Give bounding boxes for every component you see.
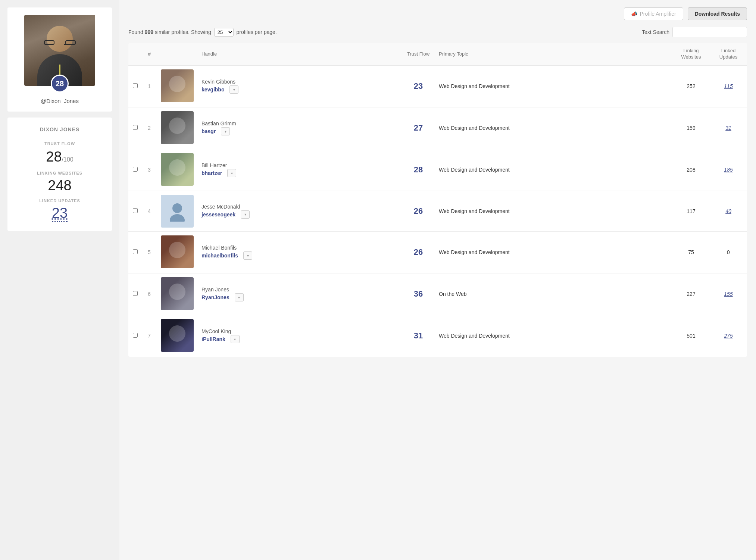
row-trust-flow: 36 xyxy=(402,273,435,315)
username[interactable]: iPullRank xyxy=(202,336,225,342)
row-linked-updates: 40 xyxy=(710,191,747,231)
row-primary-topic: Web Design and Development xyxy=(435,231,672,273)
username[interactable]: michaelbonfils xyxy=(202,253,238,259)
linked-updates-label: LINKED UPDATES xyxy=(39,198,80,203)
row-linked-updates: 0 xyxy=(710,231,747,273)
full-name: Kevin Gibbons xyxy=(202,79,398,85)
profile-amplifier-button[interactable]: 📣 Profile Amplifier xyxy=(624,7,683,20)
table-row: 3 Bill Hartzer bhartzer ▾ 28Web Design a… xyxy=(128,149,747,191)
header-trust-flow: Trust Flow xyxy=(402,43,435,65)
row-number: 6 xyxy=(142,273,157,315)
row-checkbox-cell xyxy=(128,191,142,231)
handle-cell: MyCool King iPullRank ▾ xyxy=(202,328,398,343)
row-checkbox[interactable] xyxy=(133,208,138,213)
row-checkbox-cell xyxy=(128,273,142,315)
trust-flow-value: 28/100 xyxy=(46,149,73,165)
row-number: 5 xyxy=(142,231,157,273)
row-linking-websites: 117 xyxy=(672,191,710,231)
row-handle-cell: MyCool King iPullRank ▾ xyxy=(198,315,402,357)
text-search-label: Text Search xyxy=(642,29,669,35)
row-primary-topic: On the Web xyxy=(435,273,672,315)
avatar xyxy=(161,277,194,310)
row-checkbox[interactable] xyxy=(133,83,138,88)
text-search-wrap: Text Search xyxy=(642,27,747,37)
row-linking-websites: 227 xyxy=(672,273,710,315)
header-num: # xyxy=(142,43,157,65)
row-checkbox[interactable] xyxy=(133,249,138,254)
row-linking-websites: 208 xyxy=(672,149,710,191)
table-row: 7 MyCool King iPullRank ▾ 31Web Design a… xyxy=(128,315,747,357)
search-bar: Found 999 similar profiles. Showing 2510… xyxy=(128,27,747,37)
linked-updates-value[interactable]: 115 xyxy=(724,83,732,89)
linking-websites-label: LINKING WEBSITES xyxy=(37,171,82,175)
per-page-select[interactable]: 251050100 xyxy=(214,28,234,37)
row-linking-websites: 75 xyxy=(672,231,710,273)
trust-flow-value: 26 xyxy=(414,247,423,257)
handle-dropdown[interactable]: ▾ xyxy=(243,251,252,260)
row-checkbox[interactable] xyxy=(133,167,138,172)
full-name: Jesse McDonald xyxy=(202,204,398,210)
avatar xyxy=(161,111,194,144)
linked-updates-value[interactable]: 40 xyxy=(725,208,731,214)
row-checkbox-cell xyxy=(128,149,142,191)
handle-cell: Bastian Grimm basgr ▾ xyxy=(202,121,398,135)
row-checkbox-cell xyxy=(128,65,142,107)
row-checkbox[interactable] xyxy=(133,125,138,130)
handle-dropdown[interactable]: ▾ xyxy=(221,127,230,135)
row-linked-updates: 31 xyxy=(710,107,747,149)
row-linked-updates: 185 xyxy=(710,149,747,191)
handle-dropdown[interactable]: ▾ xyxy=(235,293,244,301)
trust-flow-value: 26 xyxy=(414,206,423,216)
header-linking-websites: LinkingWebsites xyxy=(672,43,710,65)
row-number: 3 xyxy=(142,149,157,191)
row-trust-flow: 28 xyxy=(402,149,435,191)
row-linked-updates: 275 xyxy=(710,315,747,357)
row-checkbox-cell xyxy=(128,107,142,149)
username[interactable]: bhartzer xyxy=(202,170,222,176)
row-number: 1 xyxy=(142,65,157,107)
linked-updates-value[interactable]: 185 xyxy=(724,167,732,173)
trust-badge: 28 xyxy=(51,75,69,93)
handle-dropdown[interactable]: ▾ xyxy=(231,335,240,343)
username[interactable]: jesseseogeek xyxy=(202,212,235,218)
text-search-input[interactable] xyxy=(672,27,747,37)
handle-dropdown[interactable]: ▾ xyxy=(241,210,250,219)
row-handle-cell: Ryan Jones RyanJones ▾ xyxy=(198,273,402,315)
row-linked-updates: 115 xyxy=(710,65,747,107)
username[interactable]: kevgibbo xyxy=(202,87,224,93)
full-name: MyCool King xyxy=(202,328,398,334)
linked-updates-value[interactable]: 155 xyxy=(724,291,732,297)
header-checkbox xyxy=(128,43,142,65)
row-primary-topic: Web Design and Development xyxy=(435,191,672,231)
row-handle-cell: Kevin Gibbons kevgibbo ▾ xyxy=(198,65,402,107)
username[interactable]: RyanJones xyxy=(202,294,229,300)
handle-cell: Jesse McDonald jesseseogeek ▾ xyxy=(202,204,398,219)
svg-point-1 xyxy=(170,214,185,222)
linked-updates-value[interactable]: 31 xyxy=(725,125,731,131)
row-linking-websites: 501 xyxy=(672,315,710,357)
trust-flow-value: 27 xyxy=(414,123,423,132)
app-layout: 28 @Dixon_Jones DIXON JONES TRUST FLOW 2… xyxy=(0,0,756,560)
handle-cell: Ryan Jones RyanJones ▾ xyxy=(202,287,398,301)
row-avatar-cell xyxy=(157,273,198,315)
row-avatar-cell xyxy=(157,65,198,107)
download-results-button[interactable]: Download Results xyxy=(688,7,747,20)
full-name: Ryan Jones xyxy=(202,287,398,292)
handle-cell: Bill Hartzer bhartzer ▾ xyxy=(202,162,398,177)
username[interactable]: basgr xyxy=(202,128,216,134)
results-table: # Handle Trust Flow Primary Topic Linkin… xyxy=(128,43,747,357)
row-primary-topic: Web Design and Development xyxy=(435,315,672,357)
avatar xyxy=(161,195,194,228)
linked-updates-value[interactable]: 275 xyxy=(724,333,732,339)
profile-card: 28 @Dixon_Jones xyxy=(7,7,112,112)
profile-handle: @Dixon_Jones xyxy=(41,98,79,104)
header-primary-topic: Primary Topic xyxy=(435,43,672,65)
row-checkbox[interactable] xyxy=(133,291,138,296)
row-checkbox[interactable] xyxy=(133,333,138,338)
handle-dropdown[interactable]: ▾ xyxy=(229,85,238,94)
full-name: Bastian Grimm xyxy=(202,121,398,126)
avatar xyxy=(161,319,194,352)
row-primary-topic: Web Design and Development xyxy=(435,149,672,191)
stats-name: DIXON JONES xyxy=(40,126,80,132)
handle-dropdown[interactable]: ▾ xyxy=(227,169,236,177)
